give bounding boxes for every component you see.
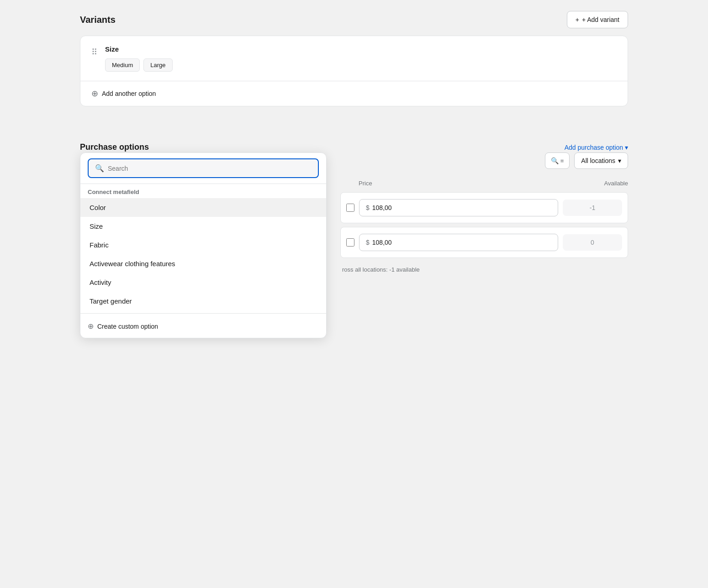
price-input-1[interactable]: $ 108,00 [359, 199, 558, 216]
price-value-2: 108,00 [372, 239, 392, 246]
create-custom-label: Create custom option [97, 323, 158, 330]
table-header: Price Available [340, 176, 628, 190]
price-symbol-2: $ [366, 239, 370, 246]
add-option-circle-icon: ⊕ [91, 89, 98, 99]
variant-checkbox-1[interactable] [346, 204, 354, 212]
add-variant-icon: + [576, 16, 579, 23]
dropdown-item-target-gender[interactable]: Target gender [80, 292, 326, 310]
size-tags: Medium Large [105, 58, 617, 72]
price-input-2[interactable]: $ 108,00 [359, 234, 558, 251]
search-dropdown: 🔍 Connect metafield Color Size Fabric Ac… [80, 152, 327, 338]
size-tag-large: Large [143, 58, 172, 72]
size-label: Size [105, 45, 617, 53]
create-custom-icon: ⊕ [88, 322, 94, 331]
search-input[interactable] [108, 165, 312, 172]
variant-row: $ 108,00 -1 [340, 192, 628, 223]
dropdown-item-color[interactable]: Color [80, 198, 326, 217]
search-box[interactable]: 🔍 [88, 158, 319, 178]
available-value-1: -1 [563, 200, 622, 216]
search-icon: 🔍 [95, 164, 104, 173]
dropdown-item-activewear[interactable]: Activewear clothing features [80, 254, 326, 273]
size-card: ⠿ Size Medium Large [80, 36, 628, 81]
variants-table-area: 🔍 ≡ All locations ▾ Price Available $ 10… [340, 152, 628, 278]
purchase-options-title: Purchase options [80, 142, 149, 152]
add-variant-label: + Add variant [582, 16, 619, 23]
variant-checkbox-2[interactable] [346, 238, 354, 247]
price-symbol-1: $ [366, 204, 370, 211]
add-another-option-button[interactable]: ⊕ Add another option [80, 81, 628, 106]
drag-handle-icon[interactable]: ⠿ [91, 45, 98, 57]
dropdown-item-size[interactable]: Size [80, 217, 326, 236]
dropdown-divider [80, 313, 326, 314]
header-available-col: Available [564, 180, 628, 187]
size-tag-medium: Medium [105, 58, 140, 72]
across-locations-text: ross all locations: -1 available [340, 262, 628, 278]
connect-metafield-label: Connect metafield [80, 184, 326, 198]
available-value-2: 0 [563, 234, 622, 251]
add-purchase-option-button[interactable]: Add purchase option ▾ [565, 144, 628, 151]
add-option-label: Add another option [102, 90, 156, 97]
dropdown-item-activity[interactable]: Activity [80, 273, 326, 292]
dropdown-item-fabric[interactable]: Fabric [80, 236, 326, 254]
search-input-wrapper: 🔍 [80, 153, 326, 184]
price-value-1: 108,00 [372, 204, 392, 211]
variants-header: Variants + + Add variant [80, 11, 628, 28]
create-custom-option-button[interactable]: ⊕ Create custom option [80, 316, 326, 338]
variants-title: Variants [80, 15, 116, 25]
header-price-col: Price [359, 180, 564, 187]
variant-row: $ 108,00 0 [340, 227, 628, 258]
add-variant-button[interactable]: + + Add variant [567, 11, 628, 28]
